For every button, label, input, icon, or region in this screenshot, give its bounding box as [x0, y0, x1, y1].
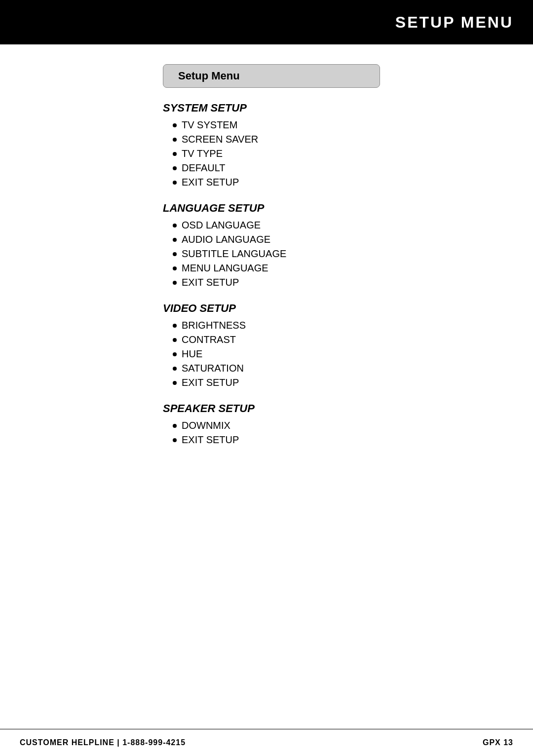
bullet-icon [173, 381, 177, 385]
content-area: System Setup TV SYSTEM SCREEN SAVER TV T… [163, 102, 459, 459]
section-title-video-setup: Video Setup [163, 302, 459, 315]
system-setup-list: TV SYSTEM SCREEN SAVER TV TYPE DEFAULT E… [173, 119, 459, 188]
item-label: SUBTITLE LANGUAGE [182, 248, 286, 260]
list-item: SCREEN SAVER [173, 134, 459, 145]
list-item: TV SYSTEM [173, 119, 459, 131]
bullet-icon [173, 181, 177, 185]
list-item: MENU LANGUAGE [173, 263, 459, 274]
bullet-icon [173, 252, 177, 256]
setup-menu-label: Setup Menu [178, 70, 240, 82]
item-label: DEFAULT [182, 162, 226, 174]
page-title: SETUP MENU [395, 13, 513, 32]
bullet-icon [173, 352, 177, 356]
bullet-icon [173, 123, 177, 127]
section-language-setup: Language Setup OSD LANGUAGE AUDIO LANGUA… [163, 202, 459, 288]
video-setup-list: BRIGHTNESS CONTRAST HUE SATURATION EXIT … [173, 320, 459, 388]
bullet-icon [173, 338, 177, 342]
section-title-language-setup: Language Setup [163, 202, 459, 215]
list-item: DEFAULT [173, 162, 459, 174]
item-label: CONTRAST [182, 334, 236, 345]
section-video-setup: Video Setup BRIGHTNESS CONTRAST HUE SATU… [163, 302, 459, 388]
item-label: HUE [182, 348, 202, 360]
list-item: HUE [173, 348, 459, 360]
list-item: SATURATION [173, 363, 459, 374]
footer: CUSTOMER HELPLINE | 1-888-999-4215 GPX 1… [0, 729, 533, 756]
speaker-setup-list: DOWNMIX EXIT SETUP [173, 420, 459, 446]
list-item: BRIGHTNESS [173, 320, 459, 331]
footer-brand-page: GPX 13 [483, 738, 513, 747]
item-label: OSD LANGUAGE [182, 220, 261, 231]
list-item: EXIT SETUP [173, 434, 459, 446]
section-title-system-setup: System Setup [163, 102, 459, 114]
bullet-icon [173, 138, 177, 142]
list-item: EXIT SETUP [173, 377, 459, 388]
bullet-icon [173, 224, 177, 227]
bullet-icon [173, 281, 177, 285]
item-label: TV TYPE [182, 148, 223, 159]
item-label: AUDIO LANGUAGE [182, 234, 270, 245]
item-label: EXIT SETUP [182, 277, 239, 288]
setup-menu-box: Setup Menu [163, 64, 380, 88]
list-item: EXIT SETUP [173, 277, 459, 288]
list-item: EXIT SETUP [173, 177, 459, 188]
top-banner: SETUP MENU [0, 0, 533, 44]
main-content: Setup Menu System Setup TV SYSTEM SCREEN… [0, 44, 533, 479]
bullet-icon [173, 424, 177, 428]
item-label: EXIT SETUP [182, 434, 239, 446]
item-label: SCREEN SAVER [182, 134, 258, 145]
bullet-icon [173, 152, 177, 156]
item-label: EXIT SETUP [182, 177, 239, 188]
section-system-setup: System Setup TV SYSTEM SCREEN SAVER TV T… [163, 102, 459, 188]
list-item: DOWNMIX [173, 420, 459, 431]
bullet-icon [173, 367, 177, 371]
footer-helpline: CUSTOMER HELPLINE | 1-888-999-4215 [20, 738, 186, 747]
section-speaker-setup: Speaker Setup DOWNMIX EXIT SETUP [163, 402, 459, 446]
list-item: TV TYPE [173, 148, 459, 159]
item-label: MENU LANGUAGE [182, 263, 268, 274]
bullet-icon [173, 324, 177, 328]
item-label: EXIT SETUP [182, 377, 239, 388]
item-label: DOWNMIX [182, 420, 230, 431]
list-item: CONTRAST [173, 334, 459, 345]
language-setup-list: OSD LANGUAGE AUDIO LANGUAGE SUBTITLE LAN… [173, 220, 459, 288]
list-item: OSD LANGUAGE [173, 220, 459, 231]
bullet-icon [173, 438, 177, 442]
bullet-icon [173, 266, 177, 270]
item-label: TV SYSTEM [182, 119, 237, 131]
item-label: BRIGHTNESS [182, 320, 246, 331]
section-title-speaker-setup: Speaker Setup [163, 402, 459, 415]
item-label: SATURATION [182, 363, 244, 374]
bullet-icon [173, 238, 177, 242]
bullet-icon [173, 166, 177, 170]
list-item: SUBTITLE LANGUAGE [173, 248, 459, 260]
list-item: AUDIO LANGUAGE [173, 234, 459, 245]
